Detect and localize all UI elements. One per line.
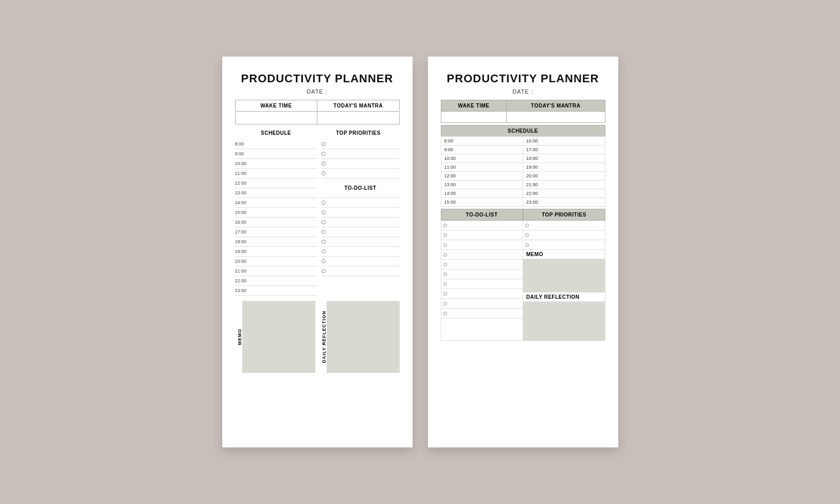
todo-row-6 xyxy=(441,269,523,279)
schedule-row-2300: 23:00 xyxy=(235,286,317,296)
sched-right-1800: 18:00 xyxy=(523,154,605,163)
schedule-row-2200: 22:00 xyxy=(235,276,317,286)
right-todo-header: TO-DO-LIST xyxy=(441,209,523,221)
schedule-row-r2: 9:00 17:00 xyxy=(441,146,605,154)
wake-time-value[interactable] xyxy=(236,113,318,124)
left-page: PRODUCTIVITY PLANNER DATE : WAKE TIME TO… xyxy=(222,57,413,447)
right-priorities-header: TOP PRIORITIES xyxy=(523,209,605,221)
right-priority-row-1 xyxy=(523,221,605,230)
right-reflection-area[interactable] xyxy=(523,302,605,340)
todo-row-2 xyxy=(441,230,523,240)
time-1700: 17:00 xyxy=(235,229,253,235)
sched-left-1500: 15:00 xyxy=(441,198,523,207)
right-priorities-col: MEMO DAILY REFLECTION xyxy=(523,221,605,341)
priority-row-6 xyxy=(321,208,400,218)
sched-left-800: 8:00 xyxy=(441,137,523,146)
left-priorities-col: TO-DO-LIST xyxy=(317,139,400,296)
todo-list-title-area: TO-DO-LIST xyxy=(321,178,400,198)
reflection-area[interactable] xyxy=(327,301,400,373)
todo-circle-4 xyxy=(443,253,447,257)
priority-row-5 xyxy=(321,198,400,208)
time-1400: 14:00 xyxy=(235,200,253,205)
time-1000: 10:00 xyxy=(235,161,253,166)
daily-reflection-label: DAILY REFLECTION xyxy=(319,301,327,373)
priority-circle-6 xyxy=(321,210,326,214)
priority-circle-11 xyxy=(321,259,326,263)
todo-row-5 xyxy=(441,260,523,269)
sched-right-2100: 21:00 xyxy=(523,181,605,189)
schedule-row-1600: 16:00 xyxy=(235,218,317,227)
time-2200: 22:00 xyxy=(235,278,253,283)
schedule-row-1900: 19:00 xyxy=(235,247,317,257)
time-2300: 23:00 xyxy=(235,288,253,293)
left-reflection-box: DAILY REFLECTION xyxy=(319,301,400,373)
priority-row-3 xyxy=(321,159,400,169)
sched-right-2300: 23:00 xyxy=(523,198,605,207)
todo-circle-7 xyxy=(443,282,447,286)
mantra-value[interactable] xyxy=(317,113,399,124)
memo-area[interactable] xyxy=(242,301,315,373)
left-schedule-section: 8:00 9:00 10:00 11:00 12:00 13:00 14:00 … xyxy=(235,139,400,296)
sched-left-900: 9:00 xyxy=(441,146,523,154)
left-header-row: WAKE TIME TODAY'S MANTRA xyxy=(235,100,400,112)
right-mantra-value[interactable] xyxy=(507,112,605,123)
pages-container: PRODUCTIVITY PLANNER DATE : WAKE TIME TO… xyxy=(222,57,618,447)
left-page-title: PRODUCTIVITY PLANNER xyxy=(235,72,400,85)
right-header-table: WAKE TIME TODAY'S MANTRA xyxy=(441,100,605,123)
schedule-row-r4: 11:00 19:00 xyxy=(441,163,605,172)
right-page-title: PRODUCTIVITY PLANNER xyxy=(441,72,605,85)
priority-row-7 xyxy=(321,218,400,227)
right-priority-row-3 xyxy=(523,240,605,250)
right-page-date: DATE : xyxy=(441,88,605,95)
priority-row-2 xyxy=(321,149,400,159)
todo-list-label: TO-DO-LIST xyxy=(344,185,376,191)
todays-mantra-header: TODAY'S MANTRA xyxy=(317,100,399,111)
right-memo-area[interactable] xyxy=(523,259,605,293)
schedule-row-1000: 10:00 xyxy=(235,159,317,169)
priority-row-11 xyxy=(321,257,400,266)
todo-row-8 xyxy=(441,289,523,299)
schedule-row-r5: 12:00 20:00 xyxy=(441,172,605,181)
schedule-row-2000: 20:00 xyxy=(235,257,317,266)
todo-circle-2 xyxy=(443,233,447,237)
schedule-row-1800: 18:00 xyxy=(235,237,317,247)
todo-row-9 xyxy=(441,299,523,309)
schedule-row-1200: 12:00 xyxy=(235,178,317,188)
right-schedule-header: SCHEDULE xyxy=(441,125,605,136)
sched-left-1200: 12:00 xyxy=(441,172,523,181)
schedule-row-r8: 15:00 23:00 xyxy=(441,198,605,207)
left-memo-box: MEMO xyxy=(235,301,315,373)
time-2000: 20:00 xyxy=(235,259,253,264)
todo-circle-3 xyxy=(443,243,447,247)
priority-circle-1 xyxy=(321,142,326,146)
priority-row-1 xyxy=(321,139,400,149)
priority-circle-7 xyxy=(321,220,326,224)
todo-circle-10 xyxy=(443,312,447,315)
right-mantra-header: TODAY'S MANTRA xyxy=(507,100,605,112)
memo-label: MEMO xyxy=(235,301,242,373)
sched-right-2000: 20:00 xyxy=(523,172,605,181)
wake-time-header: WAKE TIME xyxy=(236,100,318,111)
schedule-row-r6: 13:00 21:00 xyxy=(441,181,605,189)
left-header-value-row xyxy=(235,113,400,124)
right-priority-row-2 xyxy=(523,230,605,240)
sched-right-1600: 16:00 xyxy=(523,137,605,146)
schedule-row-900: 9:00 xyxy=(235,149,317,159)
sched-right-1900: 19:00 xyxy=(523,163,605,172)
time-800: 8:00 xyxy=(235,141,253,147)
priority-row-12 xyxy=(321,266,400,276)
right-wake-time-value[interactable] xyxy=(441,112,507,123)
schedule-row-1700: 17:00 xyxy=(235,227,317,237)
right-wake-time-header: WAKE TIME xyxy=(441,100,507,112)
left-bottom-section: MEMO DAILY REFLECTION xyxy=(235,301,400,373)
priority-circle-10 xyxy=(321,249,326,254)
priority-circle-4 xyxy=(321,171,326,175)
todo-row-1 xyxy=(441,221,523,230)
left-schedule-col: 8:00 9:00 10:00 11:00 12:00 13:00 14:00 … xyxy=(235,139,317,296)
right-priority-circle-2 xyxy=(525,233,529,237)
todo-row-7 xyxy=(441,279,523,289)
schedule-row-2100: 21:00 xyxy=(235,266,317,276)
todo-row-4 xyxy=(441,250,523,260)
right-priority-circle-1 xyxy=(525,224,529,227)
right-page: PRODUCTIVITY PLANNER DATE : WAKE TIME TO… xyxy=(428,57,618,447)
